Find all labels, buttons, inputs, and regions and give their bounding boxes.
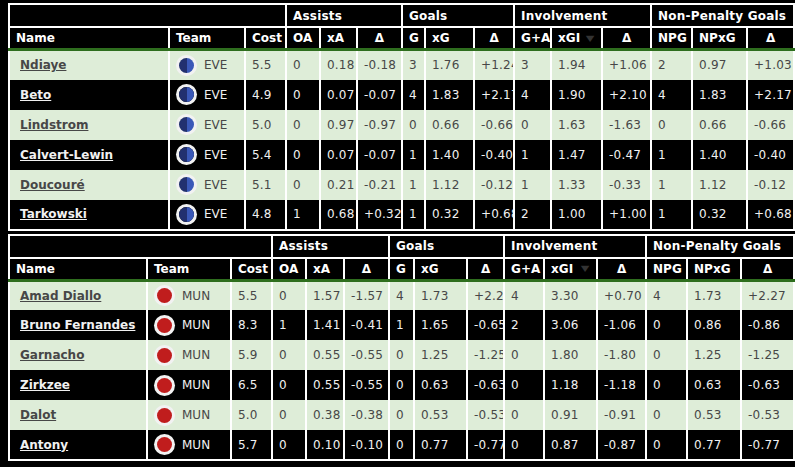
stat-cell: 4 [514,80,551,110]
cost-column-header: Cost [231,258,272,281]
player-name-link[interactable]: Ndiaye [20,58,66,72]
stat-cell: -0.77 [467,430,504,460]
stat-cell: 4 [389,280,414,310]
stat-column-header: Δ [747,27,794,50]
stat-cell: 0 [504,400,544,430]
sort-column-dropdown[interactable]: xGI▼ [551,27,602,50]
player-stats-table-eve: AssistsGoalsInvolvementNon-Penalty Goals… [8,3,795,231]
player-name-link[interactable]: Lindstrom [20,118,88,132]
stat-cell: -0.12 [747,170,794,200]
player-name-link[interactable]: Calvert-Lewin [20,148,113,162]
stat-column-header: xA [320,27,357,50]
sort-column-dropdown[interactable]: xGI▼ [544,258,597,281]
stats-page: AssistsGoalsInvolvementNon-Penalty Goals… [0,0,795,461]
player-row: ZirkzeeMUN6.500.55-0.5500.63-0.6301.18-1… [9,370,794,400]
stat-cell: -0.63 [467,370,504,400]
stat-cell: -1.25 [467,340,504,370]
chevron-down-icon: ▼ [581,264,590,273]
stat-cell: -0.97 [357,110,402,140]
cost-cell: 5.5 [245,50,286,80]
stat-cell: 0 [389,340,414,370]
stat-cell: 1.12 [425,170,474,200]
stat-column-header: Δ [741,258,794,281]
stat-cell: -0.18 [357,50,402,80]
stat-cell: 0.53 [687,400,741,430]
cost-cell: 4.8 [245,200,286,230]
stat-cell: 2 [651,50,692,80]
team-badge-icon [157,288,172,303]
stat-column-header: Δ [474,27,514,50]
team-cell: EVE [169,50,245,80]
stat-cell: 2 [514,200,551,230]
stat-cell: -0.55 [344,340,389,370]
cost-cell: 5.9 [231,340,272,370]
stat-cell: -1.25 [741,340,794,370]
team-badge-icon [179,147,194,162]
stat-cell: -1.63 [602,110,651,140]
player-row: Bruno FernandesMUN8.311.41-0.4111.65-0.6… [9,310,794,340]
stat-cell: 0 [504,340,544,370]
player-row: NdiayeEVE5.500.18-0.1831.76+1.2431.94+1.… [9,50,794,80]
cost-cell: 4.9 [245,80,286,110]
stat-cell: 0 [651,110,692,140]
player-name-link[interactable]: Dalot [20,408,56,422]
team-cell: EVE [169,170,245,200]
team-badge-icon [157,378,172,393]
stat-cell: 1.12 [692,170,747,200]
stat-cell: 0.77 [414,430,467,460]
cost-cell: 5.4 [245,140,286,170]
stat-cell: 0 [389,400,414,430]
stat-column-header: xG [414,258,467,281]
stat-cell: 1 [514,170,551,200]
stat-column-header: G [389,258,414,281]
stat-cell: 0 [646,340,687,370]
player-name-link[interactable]: Garnacho [20,348,84,362]
stat-cell: 0 [504,430,544,460]
stat-cell: 0.63 [687,370,741,400]
player-stats-table-mun: AssistsGoalsInvolvementNon-Penalty Goals… [8,234,795,462]
player-name-cell: Ndiaye [9,50,169,80]
stat-cell: 0 [286,50,320,80]
stat-cell: 4 [651,80,692,110]
team-cell: EVE [169,140,245,170]
player-name-cell: Tarkowski [9,200,169,230]
stat-cell: -0.07 [357,80,402,110]
group-header-assists: Assists [286,4,402,27]
player-name-link[interactable]: Beto [20,88,51,102]
stat-cell: -0.33 [602,170,651,200]
team-cell: EVE [169,200,245,230]
stat-cell: +1.24 [474,50,514,80]
stat-cell: 1.90 [551,80,602,110]
stat-cell: 3.06 [544,310,597,340]
stat-cell: -0.07 [357,140,402,170]
team-cell: MUN [147,310,231,340]
player-name-link[interactable]: Antony [20,438,68,452]
stat-cell: -0.41 [344,310,389,340]
stat-cell: -0.66 [474,110,514,140]
team-cell: MUN [147,370,231,400]
player-name-cell: Lindstrom [9,110,169,140]
stat-cell: 3 [402,50,425,80]
stat-cell: 0 [646,430,687,460]
player-name-link[interactable]: Doucouré [20,178,85,192]
team-label: MUN [182,348,210,362]
stat-cell: -0.65 [467,310,504,340]
player-name-link[interactable]: Zirkzee [20,378,70,392]
stat-cell: 1 [514,140,551,170]
player-name-link[interactable]: Bruno Fernandes [20,318,135,332]
stat-cell: 1.76 [425,50,474,80]
player-name-link[interactable]: Tarkowski [20,207,87,221]
team-label: EVE [204,88,227,102]
stat-cell: 0 [272,430,306,460]
cost-cell: 5.0 [231,400,272,430]
stat-cell: 0.63 [414,370,467,400]
stat-cell: -0.53 [741,400,794,430]
team-cell: MUN [147,400,231,430]
player-name-link[interactable]: Amad Diallo [20,289,101,303]
team-cell: MUN [147,280,231,310]
stat-cell: 1.63 [551,110,602,140]
stat-cell: 1 [402,140,425,170]
stat-cell: 0.32 [692,200,747,230]
stat-cell: +0.32 [357,200,402,230]
stat-cell: 0 [286,110,320,140]
